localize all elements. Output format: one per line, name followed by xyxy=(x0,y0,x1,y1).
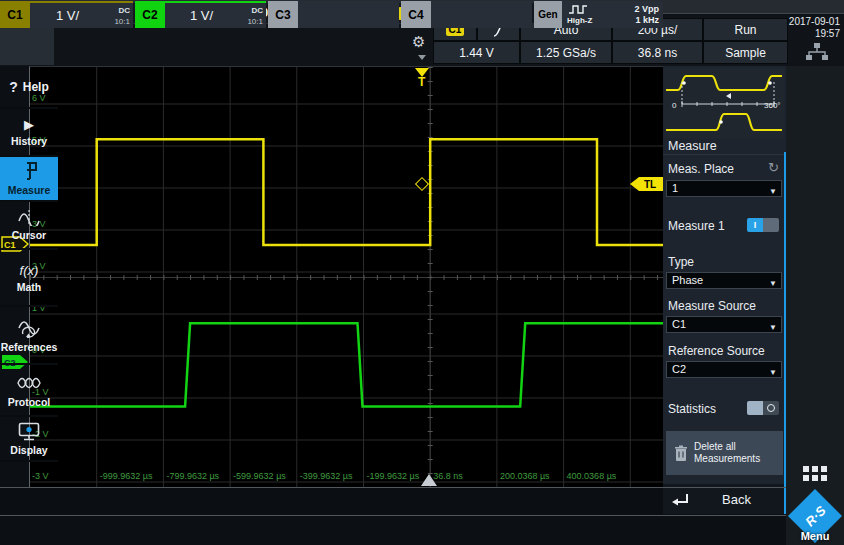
time-axis-label: 36.8 ns xyxy=(433,471,463,481)
sidebar-item-menu[interactable]: R·S Menu xyxy=(786,462,844,545)
play-icon: ▶ xyxy=(24,117,34,132)
trigger-level-value: 1.44 V xyxy=(459,46,494,60)
sidebar-item-measure[interactable]: Measure xyxy=(0,157,58,202)
chevron-down-icon: ▼ xyxy=(769,365,777,380)
toggle-track xyxy=(763,218,779,232)
menu-label: Menu xyxy=(786,530,844,542)
square-wave-icon xyxy=(568,5,590,14)
trigger-t-label: T xyxy=(418,75,425,89)
trigger-position-cell[interactable]: 36.8 ns xyxy=(612,41,703,64)
channel1-scale: 1 V/ xyxy=(30,8,105,23)
type-select[interactable]: Phase ▼ xyxy=(666,272,782,289)
chevron-down-icon: ▼ xyxy=(769,276,777,291)
type-label: Type xyxy=(668,255,694,269)
channel2-tab[interactable]: C2 xyxy=(135,1,165,28)
statistics-toggle[interactable] xyxy=(747,401,779,415)
time-axis-label: -399.9632 µs xyxy=(300,471,353,481)
toggle-off-knob xyxy=(747,401,763,415)
waveform-svg xyxy=(30,67,670,487)
reference-source-select[interactable]: C2 ▼ xyxy=(666,361,782,378)
menu-grid-icon xyxy=(803,466,827,483)
sidebar-item-references[interactable]: References xyxy=(0,307,58,365)
measure-source-label: Measure Source xyxy=(668,299,756,313)
sample-rate-value: 1.25 GSa/s xyxy=(536,46,596,60)
measure-source-select[interactable]: C1 ▼ xyxy=(666,316,782,333)
channel4-tab[interactable]: C4 xyxy=(401,1,431,28)
channel2-info[interactable]: 1 V/ DC 10:1 xyxy=(165,1,266,28)
time-axis-label: -999.9632 µs xyxy=(100,471,153,481)
meas-place-select[interactable]: 1 ▼ xyxy=(666,180,782,197)
run-state-value: Run xyxy=(734,23,756,37)
time-value: 19:57 xyxy=(789,28,840,40)
time-axis-label: 400.0368 µs xyxy=(567,471,617,481)
time-axis-label: -599.9632 µs xyxy=(233,471,286,481)
sidebar-item-display[interactable]: Display xyxy=(0,417,58,462)
monitor-gear-icon xyxy=(18,422,40,441)
channel3-tab[interactable]: C3 xyxy=(268,1,298,28)
back-arrow-icon xyxy=(671,492,689,506)
trigger-level-flag-text: TL xyxy=(644,179,656,190)
c1-trace xyxy=(30,139,670,245)
generator-tab[interactable]: Gen xyxy=(534,1,562,28)
sidebar-item-math[interactable]: f(x) Math xyxy=(0,250,58,307)
refresh-icon[interactable]: ↻ xyxy=(768,160,779,175)
chevron-down-icon[interactable] xyxy=(418,55,426,60)
phase-measure-diagram: 0 360° xyxy=(664,68,784,138)
cursor-waveform-icon xyxy=(17,209,41,226)
reference-source-value: C2 xyxy=(672,363,686,375)
reference-waveform-icon xyxy=(17,318,41,338)
run-state-cell[interactable]: Run xyxy=(703,18,788,41)
channel-bar xyxy=(0,516,786,545)
sidebar-item-protocol[interactable]: Protocol xyxy=(0,365,58,417)
voltage-axis-label: -3 V xyxy=(32,471,49,481)
channel2-scale: 1 V/ xyxy=(165,8,238,23)
channel1-info[interactable]: 1 V/ DC 10:1 xyxy=(30,1,133,28)
waveform-display[interactable]: 6 V5 V4 V3 V2 V1 V0 V-1 V-2 V-3 V-999.96… xyxy=(29,66,670,487)
channel2-probe: 10:1 xyxy=(247,17,263,26)
back-button-label: Back xyxy=(689,492,784,507)
toggle-on-knob: I xyxy=(747,218,763,232)
network-icon xyxy=(804,42,830,62)
date-value: 2017-09-01 xyxy=(789,16,840,28)
sidebar-item-history[interactable]: ▶ History xyxy=(0,109,58,157)
caliper-icon xyxy=(19,161,39,181)
chevron-down-icon: ▼ xyxy=(769,320,777,335)
trash-icon xyxy=(674,445,688,462)
acquire-mode-value: Sample xyxy=(725,46,766,60)
trigger-level-cell[interactable]: 1.44 V xyxy=(433,41,520,64)
time-axis-label: -799.9632 µs xyxy=(166,471,219,481)
sample-rate-cell[interactable]: 1.25 GSa/s xyxy=(520,41,612,64)
generator-amplitude: 2 Vpp xyxy=(634,4,659,14)
phase-0-label: 0 xyxy=(672,101,677,110)
measure1-toggle[interactable]: I xyxy=(747,218,779,232)
sidebar-item-help[interactable]: ? Help xyxy=(0,66,58,109)
gear-icon[interactable]: ⚙ xyxy=(412,33,425,51)
oscilloscope-screen: RTB2004; 1333.1005K04; 102239 (01.210 20… xyxy=(0,0,844,545)
panel-title: Measure xyxy=(668,139,717,153)
c2-trace xyxy=(30,323,670,406)
fx-icon: f(x) xyxy=(20,263,39,278)
statistics-label: Statistics xyxy=(668,402,716,416)
back-button[interactable]: Back xyxy=(663,484,784,514)
sidebar-item-cursor[interactable]: Cursor xyxy=(0,202,58,250)
question-icon: ? xyxy=(9,79,18,95)
generator-info[interactable]: High-Z 2 Vpp 1 kHz xyxy=(562,1,663,28)
phase-360-label: 360° xyxy=(764,101,781,110)
channel4-info[interactable] xyxy=(431,1,532,28)
chevron-down-icon: ▼ xyxy=(769,184,777,199)
toggle-track xyxy=(763,401,779,415)
bus-signal-icon xyxy=(16,373,42,393)
panel-divider xyxy=(663,154,784,155)
measure-source-value: C1 xyxy=(672,318,686,330)
channel1-tab[interactable]: C1 xyxy=(0,1,30,28)
channel3-info[interactable] xyxy=(298,1,399,28)
reference-source-label: Reference Source xyxy=(668,344,765,358)
meas-place-value: 1 xyxy=(672,182,678,194)
delete-all-measurements-button[interactable]: Delete all Measurements xyxy=(666,431,783,475)
channel1-probe: 10:1 xyxy=(114,17,130,26)
acquire-mode-cell[interactable]: Sample xyxy=(703,41,788,64)
delete-button-line1: Delete all xyxy=(694,441,736,452)
channel2-coupling: DC xyxy=(251,6,263,15)
meas-place-label: Meas. Place xyxy=(668,162,734,176)
measure1-label: Measure 1 xyxy=(668,219,725,233)
